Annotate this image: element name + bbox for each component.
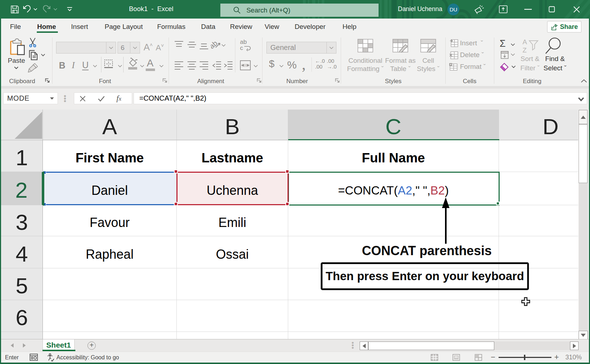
svg-text:c: c — [240, 45, 243, 51]
svg-text:ab: ab — [211, 40, 219, 50]
svg-text:Z: Z — [522, 46, 527, 54]
svg-text:A: A — [522, 39, 527, 46]
